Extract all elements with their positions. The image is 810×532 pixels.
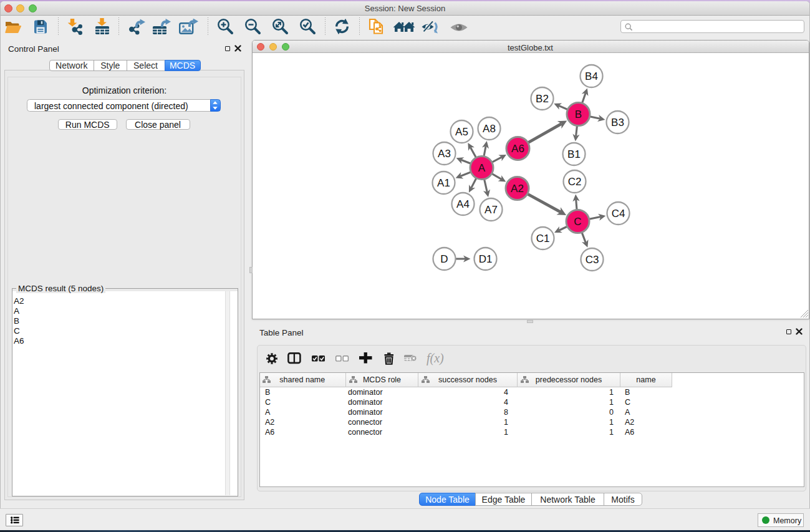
svg-text:C1: C1 — [536, 233, 549, 244]
svg-text:D: D — [440, 253, 448, 265]
svg-text:A8: A8 — [483, 123, 496, 135]
svg-text:B1: B1 — [567, 148, 581, 160]
svg-text:A7: A7 — [485, 204, 498, 216]
svg-text:A1: A1 — [437, 177, 450, 189]
svg-text:C4: C4 — [611, 208, 625, 220]
svg-text:B3: B3 — [611, 117, 624, 128]
svg-text:B: B — [574, 109, 581, 120]
svg-text:B2: B2 — [536, 93, 549, 105]
svg-text:A5: A5 — [455, 126, 468, 138]
svg-text:C3: C3 — [585, 254, 599, 266]
svg-text:C2: C2 — [567, 176, 581, 188]
svg-text:A2: A2 — [511, 183, 524, 195]
svg-text:A6: A6 — [511, 143, 524, 155]
svg-text:D1: D1 — [478, 253, 492, 265]
svg-text:B4: B4 — [585, 70, 598, 82]
svg-text:A: A — [478, 162, 485, 174]
svg-text:A3: A3 — [438, 148, 451, 160]
svg-text:C: C — [574, 216, 581, 228]
svg-text:A4: A4 — [456, 198, 470, 210]
